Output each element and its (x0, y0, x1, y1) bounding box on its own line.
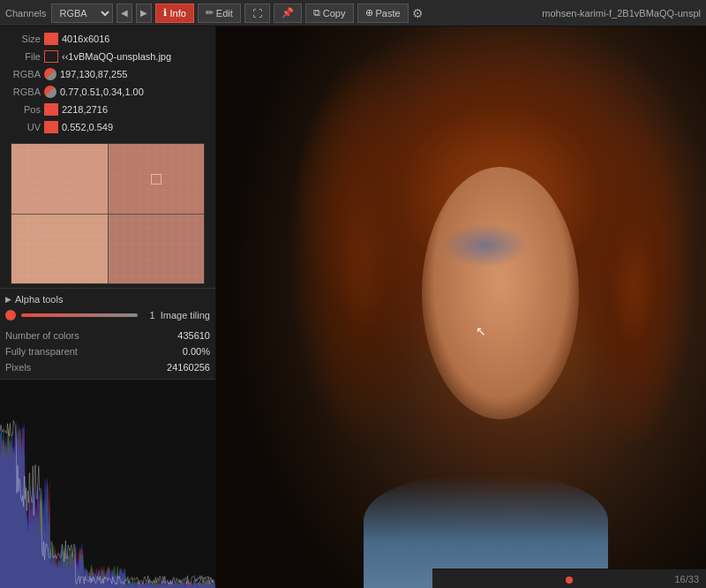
info-btn[interactable]: ℹ Info (155, 4, 193, 23)
rgba1-icon (44, 68, 56, 80)
alpha-tools-label: Alpha tools (15, 294, 63, 305)
preview-tl (11, 144, 108, 214)
pixels-row: Pixels 24160256 (5, 359, 210, 375)
portrait-image: ↖ (216, 26, 706, 588)
file-icon (44, 50, 58, 63)
bottom-bar: 16/33 (432, 569, 706, 588)
channels-label: Channels (5, 8, 46, 19)
rgba1-row: RGBA 197,130,87,255 (0, 65, 215, 83)
file-row: File ‹‹1vBMaQQ-unsplash.jpg (0, 48, 215, 65)
pin-btn[interactable]: 📌 (274, 4, 302, 23)
prev-channel-btn[interactable]: ◀ (116, 4, 132, 23)
freckles (432, 262, 530, 346)
pos-value: 2218,2716 (62, 104, 108, 115)
paste-icon: ⊕ (365, 7, 373, 19)
preview-tr (108, 144, 204, 214)
left-panel: Size 4016x6016 File ‹‹1vBMaQQ-unsplash.j… (0, 26, 216, 588)
size-label: Size (4, 34, 41, 44)
fullscreen-btn[interactable]: ⛶ (244, 4, 270, 23)
uv-icon (44, 121, 58, 133)
uv-value: 0.552,0.549 (62, 122, 113, 132)
fullscreen-icon: ⛶ (252, 8, 262, 19)
edit-btn[interactable]: ✏ Edit (198, 4, 241, 23)
copy-icon: ⧉ (313, 7, 320, 19)
uv-row: UV 0.552,0.549 (0, 118, 215, 136)
rgba2-icon (44, 86, 56, 98)
histogram-canvas (0, 380, 215, 588)
copy-btn[interactable]: ⧉ Copy (305, 4, 354, 23)
image-tiling-label: Image tiling (161, 310, 210, 320)
fully-transparent-value: 0.00% (183, 346, 210, 357)
pos-row: Pos 2218,2716 (0, 101, 215, 118)
eye-shadow (441, 223, 530, 268)
num-colors-row: Number of colors 435610 (5, 328, 210, 343)
image-area[interactable]: ↖ 16/33 (216, 26, 706, 588)
pixels-value: 24160256 (167, 362, 210, 373)
alpha-arrow-icon: ▶ (5, 295, 11, 304)
pin-icon: 📌 (282, 7, 294, 19)
alpha-value: 1 (143, 310, 155, 320)
channel-select[interactable]: RGBA (51, 4, 113, 23)
num-colors-value: 435610 (177, 330, 210, 341)
rgba2-row: RGBA 0.77,0.51,0.34,1.00 (0, 83, 215, 101)
histogram: 200 (0, 379, 215, 588)
size-value: 4016x6016 (62, 34, 109, 44)
histogram-200-label: 200 (197, 577, 212, 586)
num-colors-label: Number of colors (5, 330, 79, 341)
alpha-tools-section: ▶ Alpha tools 1 Image tiling (0, 288, 215, 326)
preview-br (108, 214, 204, 283)
edit-icon: ✏ (206, 7, 214, 19)
page-indicator: 16/33 (674, 574, 699, 584)
gear-icon[interactable]: ⚙ (412, 6, 424, 20)
progress-dot[interactable] (566, 577, 573, 584)
next-channel-btn[interactable]: ▶ (136, 4, 152, 23)
file-label: File (4, 51, 41, 62)
size-icon (44, 33, 58, 45)
fully-transparent-label: Fully transparent (5, 346, 78, 357)
rgba1-label: RGBA (4, 69, 41, 79)
alpha-slider[interactable] (21, 313, 138, 317)
toolbar: Channels RGBA ◀ ▶ ℹ Info ✏ Edit ⛶ 📌 ⧉ Co… (0, 0, 706, 26)
pixel-preview (11, 143, 205, 284)
file-value: ‹‹1vBMaQQ-unsplash.jpg (62, 51, 171, 62)
rgba2-label: RGBA (4, 87, 41, 97)
info-icon: ℹ (163, 7, 167, 19)
pos-icon (44, 103, 58, 116)
main-area: Size 4016x6016 File ‹‹1vBMaQQ-unsplash.j… (0, 26, 706, 588)
preview-bl (11, 214, 108, 283)
pos-label: Pos (4, 104, 41, 115)
alpha-slider-row: 1 Image tiling (5, 306, 210, 322)
filename: mohsen-karimi-f_2B1vBMaQQ-unspl (542, 8, 701, 19)
size-row: Size 4016x6016 (0, 30, 215, 48)
alpha-dot (5, 310, 16, 320)
rgba2-value: 0.77,0.51,0.34,1.00 (60, 87, 144, 97)
paste-btn[interactable]: ⊕ Paste (357, 4, 409, 23)
stats-section: Number of colors 435610 Fully transparen… (0, 326, 215, 379)
rgba1-value: 197,130,87,255 (60, 69, 127, 79)
info-table: Size 4016x6016 File ‹‹1vBMaQQ-unsplash.j… (0, 26, 215, 139)
alpha-tools-header[interactable]: ▶ Alpha tools (5, 292, 210, 306)
fully-transparent-row: Fully transparent 0.00% (5, 343, 210, 359)
pixels-label: Pixels (5, 362, 31, 373)
uv-label: UV (4, 122, 41, 132)
